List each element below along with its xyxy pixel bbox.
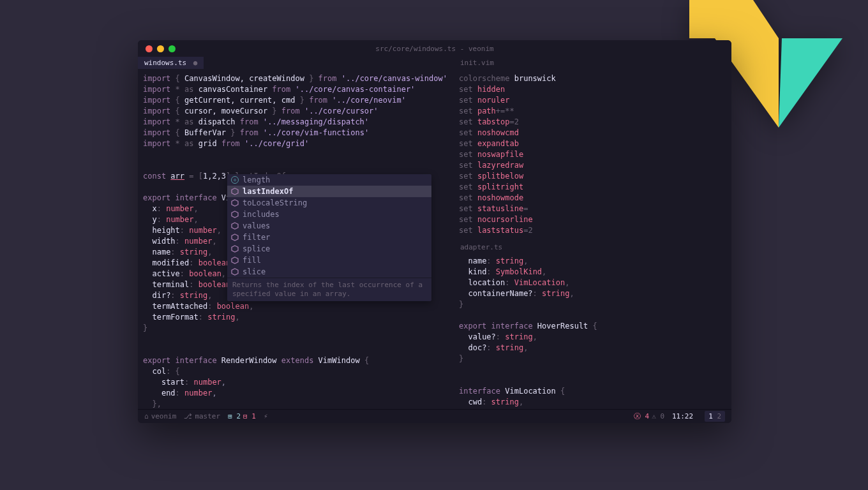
window-title: src/core/windows.ts - veonim bbox=[138, 45, 731, 53]
vim-set-line: set statusline= bbox=[459, 204, 726, 214]
iface-field: kind: SymbolKind, bbox=[459, 267, 726, 278]
sb-diff[interactable]: ⊞ 2 ⊟ 1 bbox=[228, 412, 256, 420]
ac-label: length bbox=[243, 175, 270, 185]
svg-marker-4 bbox=[232, 211, 238, 218]
property-icon: ◎ bbox=[231, 176, 239, 184]
sb-branch-label: master bbox=[195, 412, 220, 420]
import-line: import { cursor, moveCursor } from '../c… bbox=[143, 106, 449, 117]
svg-marker-5 bbox=[232, 223, 238, 229]
vim-set-line: set laststatus=2 bbox=[459, 225, 726, 236]
svg-marker-7 bbox=[232, 246, 238, 252]
ac-label: toLocaleString bbox=[243, 198, 307, 208]
deletions-icon: ⊟ 1 bbox=[243, 412, 256, 420]
folder-icon: ⌂ bbox=[144, 412, 149, 420]
iface-field: containerName?: string, bbox=[459, 288, 726, 299]
tabs-row: windows.ts ● init.vim bbox=[138, 57, 731, 71]
warning-icon: ⚠ 0 bbox=[652, 412, 664, 420]
autocomplete-item[interactable]: lastIndexOf bbox=[227, 186, 431, 197]
import-line: import { CanvasWindow, createWindow } fr… bbox=[143, 73, 449, 84]
method-icon bbox=[231, 245, 239, 253]
import-line: import * as canvasContainer from '../cor… bbox=[143, 84, 449, 95]
svg-marker-2 bbox=[232, 188, 238, 195]
method-icon bbox=[231, 211, 239, 218]
ac-label: values bbox=[243, 221, 270, 231]
ac-label: lastIndexOf bbox=[243, 186, 293, 197]
iface2-line: col: { bbox=[143, 366, 449, 377]
modified-dot-icon: ● bbox=[189, 59, 197, 67]
autocomplete-popup[interactable]: ◎lengthlastIndexOftoLocaleStringincludes… bbox=[227, 174, 431, 301]
iface2-line: start: number, bbox=[143, 377, 449, 388]
pane-init-vim[interactable]: colorscheme brunswick set hiddenset noru… bbox=[454, 71, 731, 239]
method-icon bbox=[231, 256, 239, 264]
sb-diagnostics[interactable]: ⓧ 4 ⚠ 0 bbox=[634, 412, 664, 421]
ac-label: includes bbox=[243, 209, 280, 219]
additions-icon: ⊞ 2 bbox=[228, 412, 241, 420]
vim-set-line: set splitbelow bbox=[459, 171, 726, 182]
sb-branch[interactable]: ⎇ master bbox=[184, 412, 220, 420]
autocomplete-item[interactable]: includes bbox=[227, 209, 431, 220]
iface-field: value?: string, bbox=[459, 332, 726, 343]
git-branch-icon: ⎇ bbox=[184, 412, 192, 420]
editor-window: src/core/windows.ts - veonim windows.ts … bbox=[138, 40, 731, 423]
pane-windows-ts[interactable]: import { CanvasWindow, createWindow } fr… bbox=[138, 71, 454, 409]
import-line: import { getCurrent, current, cmd } from… bbox=[143, 95, 449, 106]
iface-field: location: VimLocation, bbox=[459, 278, 726, 288]
close-button[interactable] bbox=[146, 45, 153, 52]
titlebar: src/core/windows.ts - veonim bbox=[138, 40, 731, 57]
autocomplete-item[interactable]: slice bbox=[227, 266, 431, 278]
vim-set-line: set splitright bbox=[459, 182, 726, 193]
autocomplete-item[interactable]: filter bbox=[227, 232, 431, 243]
sb-project[interactable]: ⌂ veonim bbox=[144, 412, 176, 420]
iface-field: termAttached: boolean, bbox=[143, 301, 449, 312]
statusbar: ⌂ veonim ⎇ master ⊞ 2 ⊟ 1 ⚡ ⓧ 4 ⚠ 0 11:2… bbox=[138, 409, 731, 423]
tab-init-vim[interactable]: init.vim bbox=[454, 57, 500, 69]
svg-marker-3 bbox=[232, 200, 238, 206]
vim-set-line: set noswapfile bbox=[459, 149, 726, 160]
sb-project-label: veonim bbox=[151, 412, 177, 420]
import-line: import * as dispatch from '../messaging/… bbox=[143, 117, 449, 128]
autocomplete-item[interactable]: fill bbox=[227, 255, 431, 266]
vim-set-line: set noshowcmd bbox=[459, 128, 726, 138]
minimize-button[interactable] bbox=[157, 45, 164, 52]
autocomplete-item[interactable]: splice bbox=[227, 243, 431, 255]
tab-label: windows.ts bbox=[144, 59, 186, 67]
tab-windows-ts[interactable]: windows.ts ● bbox=[138, 57, 204, 69]
iface2-line: end: number, bbox=[143, 388, 449, 399]
tab-adapter-ts[interactable]: adapter.ts bbox=[454, 241, 731, 253]
autocomplete-item[interactable]: toLocaleString bbox=[227, 197, 431, 209]
iface2-line: }, bbox=[143, 399, 449, 409]
vim-set-line: set noruler bbox=[459, 95, 726, 106]
autocomplete-item[interactable]: ◎length bbox=[227, 174, 431, 186]
sb-time: 11:22 bbox=[672, 412, 693, 420]
traffic-lights bbox=[138, 45, 176, 52]
method-icon bbox=[231, 188, 239, 195]
svg-marker-8 bbox=[232, 257, 238, 264]
ac-label: slice bbox=[243, 267, 266, 277]
vim-set-line: set nocursorline bbox=[459, 214, 726, 225]
import-line: import { BufferVar } from '../core/vim-f… bbox=[143, 128, 449, 138]
ac-label: filter bbox=[243, 232, 270, 242]
vim-set-line: set noshowmode bbox=[459, 193, 726, 204]
method-icon bbox=[231, 234, 239, 241]
autocomplete-item[interactable]: values bbox=[227, 220, 431, 232]
ac-label: fill bbox=[243, 255, 261, 265]
vim-set-line: set tabstop=2 bbox=[459, 117, 726, 128]
vim-set-line: set path+=** bbox=[459, 106, 726, 117]
iface-field: termFormat: string, bbox=[143, 312, 449, 323]
iface-field: cwd: string, bbox=[459, 397, 726, 408]
sb-position: 1 2 bbox=[705, 411, 725, 422]
sb-action[interactable]: ⚡ bbox=[264, 412, 268, 420]
ac-label: splice bbox=[243, 244, 270, 254]
iface-field: doc?: string, bbox=[459, 343, 726, 353]
method-icon bbox=[231, 199, 239, 207]
svg-marker-1 bbox=[779, 38, 842, 128]
vim-set-line: set hidden bbox=[459, 84, 726, 95]
pane-adapter-ts[interactable]: name: string, kind: SymbolKind, location… bbox=[454, 253, 731, 421]
method-icon bbox=[231, 268, 239, 276]
method-icon bbox=[231, 222, 239, 230]
svg-marker-6 bbox=[232, 234, 238, 241]
svg-marker-9 bbox=[232, 269, 238, 275]
maximize-button[interactable] bbox=[168, 45, 176, 52]
error-icon: ⓧ 4 bbox=[634, 412, 649, 421]
autocomplete-doc: Returns the index of the last occurrence… bbox=[227, 278, 431, 301]
